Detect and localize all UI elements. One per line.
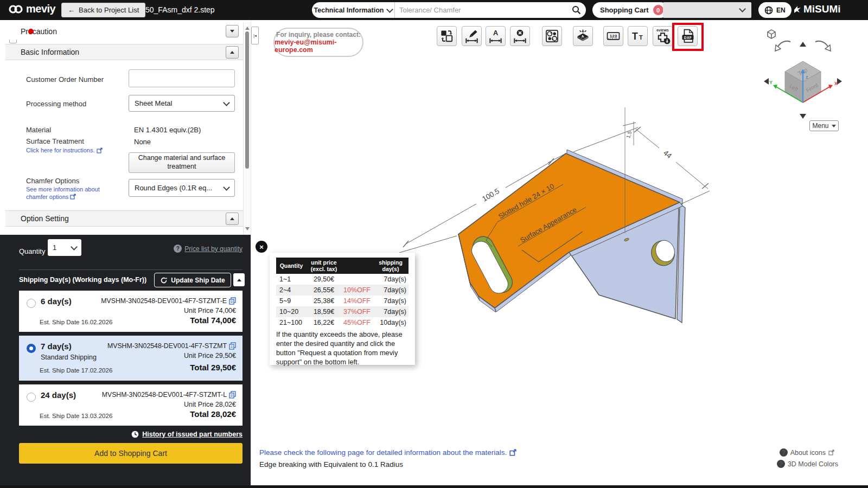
- view-cube-widget[interactable]: Top Left Front Y X z: [751, 25, 860, 126]
- total-price: Total 74,00€: [190, 316, 236, 325]
- shipping-days-title: Shipping Day(s) (Working days (Mo-Fr)): [19, 276, 152, 284]
- unit-price: Unit Price 74,00€: [184, 307, 236, 314]
- delete-dimension-button[interactable]: [510, 26, 530, 46]
- chamfer-options-select[interactable]: Round Edges (0.1R eq...: [129, 179, 235, 197]
- search-bar: Technical Information: [312, 2, 586, 18]
- svg-text:DXF: DXF: [684, 36, 691, 40]
- basic-information-collapse-button[interactable]: [226, 46, 239, 59]
- part-number: MVSHM-3N02548-DEV001-4F7-STZMT-E: [101, 297, 236, 305]
- rotate-down-arrow[interactable]: [800, 114, 806, 119]
- customer-order-input[interactable]: [129, 69, 235, 87]
- price-table: Quantity unit price (excl. tax) shipping…: [276, 258, 409, 328]
- meviy-logo-icon: [8, 4, 24, 15]
- chamfer-edges-button[interactable]: A: [573, 26, 593, 46]
- materials-info-link[interactable]: Please check the following page for deta…: [259, 448, 516, 457]
- reorient-model-button[interactable]: [437, 26, 457, 46]
- external-link-icon: [70, 194, 76, 200]
- svg-text:Y: Y: [769, 80, 773, 85]
- price-list-link[interactable]: ? Price list by quantity: [174, 245, 242, 253]
- measure-button[interactable]: 123: [603, 26, 623, 46]
- chamfer-icon: A: [576, 29, 590, 43]
- bottom-strip: [0, 485, 868, 488]
- option-setting-collapse-button[interactable]: [226, 213, 239, 225]
- hole-options-button[interactable]: [542, 26, 562, 46]
- canvas-collapse-handle[interactable]: |◂: [251, 27, 259, 44]
- letter-dimension-icon: A: [488, 29, 503, 43]
- shipping-option-24-days[interactable]: 24 day(s) MVSHM-3N02548-DEV001-4F7-STZMT…: [19, 384, 242, 426]
- svg-text:6VIEWS: 6VIEWS: [656, 29, 669, 32]
- contact-email-link[interactable]: meviy-eu@misumi-europe.com: [275, 38, 362, 54]
- scroll-down-arrow[interactable]: [245, 227, 250, 233]
- six-views-download-button[interactable]: 6VIEWS: [653, 26, 673, 46]
- change-material-button[interactable]: Change material and surface treatment: [129, 152, 235, 173]
- isometric-view-icon[interactable]: [768, 30, 775, 38]
- chevron-down-icon: [223, 99, 230, 106]
- external-link-icon: [509, 449, 516, 456]
- rotate-left-step-arrow[interactable]: [764, 78, 769, 85]
- divider: [19, 269, 242, 270]
- meviy-logo[interactable]: meviy: [8, 3, 55, 15]
- popup-close-button[interactable]: ×: [256, 241, 267, 253]
- rotate-left-arrow[interactable]: [775, 41, 790, 51]
- project-select[interactable]: [663, 2, 751, 18]
- rotate-right-step-arrow[interactable]: [837, 78, 842, 85]
- copy-document-icon[interactable]: [229, 342, 236, 350]
- processing-method-select[interactable]: S​heet Metal: [129, 95, 235, 112]
- rotate-right-arrow[interactable]: [815, 41, 831, 51]
- six-views-icon: 6VIEWS: [654, 28, 671, 44]
- top-bar: meviy ← Back to Project List 50_FAsm_dxf…: [0, 0, 868, 20]
- logo-text: meviy: [26, 3, 55, 15]
- option-setting-section-header[interactable]: Option Setting: [5, 210, 243, 227]
- chevron-down-icon: [230, 30, 234, 35]
- precaution-expand-button[interactable]: [226, 25, 239, 37]
- shopping-cart-button[interactable]: Shopping Cart 0: [592, 2, 668, 18]
- search-input[interactable]: [395, 6, 566, 14]
- misumi-mark-icon: [793, 5, 801, 14]
- holes-icon: [545, 29, 559, 43]
- model-viewport[interactable]: 100.5 44 1,5 Slotted hole 24 × 10 Surfac…: [380, 98, 716, 336]
- scrollbar-thumb[interactable]: [245, 31, 249, 169]
- search-button[interactable]: [566, 5, 586, 15]
- copy-document-icon[interactable]: [229, 391, 236, 399]
- est-ship-date: Est. Ship Date 17.02.2026: [40, 367, 112, 374]
- rotate-up-arrow[interactable]: [800, 42, 806, 47]
- language-select[interactable]: EN: [758, 2, 792, 18]
- view-menu-button[interactable]: Menu: [809, 120, 839, 131]
- shipping-option-7-days[interactable]: 7 day(s) Standard Shipping MVSHM-3N02548…: [19, 336, 242, 381]
- add-to-shopping-cart-button[interactable]: Add to Shopping Cart: [19, 443, 242, 464]
- model-colors-link[interactable]: ? 3D Model Colors: [777, 460, 838, 468]
- price-table-row: 1~129,50€7day(s): [276, 274, 409, 285]
- svg-text:44: 44: [662, 149, 674, 160]
- svg-text:1,5: 1,5: [625, 130, 633, 139]
- back-to-project-list-button[interactable]: ← Back to Project List: [61, 3, 145, 17]
- search-category-select[interactable]: Technical Information: [312, 2, 395, 18]
- dxf-download-button[interactable]: DXF: [678, 26, 698, 46]
- radio-button[interactable]: [27, 393, 36, 402]
- add-dimension-button[interactable]: [462, 26, 482, 46]
- shipping-option-6-days[interactable]: 6 day(s) MVSHM-3N02548-DEV001-4F7-STZMT-…: [19, 291, 242, 332]
- surface-treatment-value: None: [134, 138, 151, 146]
- update-ship-date-button[interactable]: Update Ship Date: [154, 273, 231, 287]
- scroll-up-arrow[interactable]: [245, 24, 250, 30]
- chevron-up-icon: [230, 49, 234, 54]
- history-part-numbers-link[interactable]: History of issued part numbers: [131, 431, 242, 438]
- shipping-collapse-button[interactable]: [233, 273, 245, 286]
- annotation-button[interactable]: TT: [628, 26, 648, 46]
- quantity-select[interactable]: 1: [48, 239, 81, 256]
- svg-text:100.5: 100.5: [481, 187, 501, 203]
- radio-button[interactable]: [27, 299, 36, 308]
- chevron-down-icon: [739, 5, 746, 12]
- back-arrow-icon: ←: [68, 6, 75, 14]
- chamfer-options-link[interactable]: See more information about chamfer optio…: [26, 185, 110, 201]
- precaution-section[interactable]: Precaution: [5, 23, 243, 40]
- axes-triad: Y X z: [769, 69, 838, 102]
- copy-document-icon[interactable]: [229, 297, 236, 305]
- basic-information-section-header[interactable]: Basic Information: [5, 44, 243, 60]
- misumi-brand-logo[interactable]: MiSUMi: [793, 3, 841, 15]
- radio-button-selected[interactable]: [27, 344, 36, 353]
- text-dimension-button[interactable]: A: [486, 26, 506, 46]
- instructions-link[interactable]: Click here for instructions.: [26, 146, 103, 154]
- external-link-icon: [97, 147, 103, 153]
- about-icons-link[interactable]: ? About icons: [780, 448, 834, 457]
- chevron-up-icon: [237, 277, 241, 281]
